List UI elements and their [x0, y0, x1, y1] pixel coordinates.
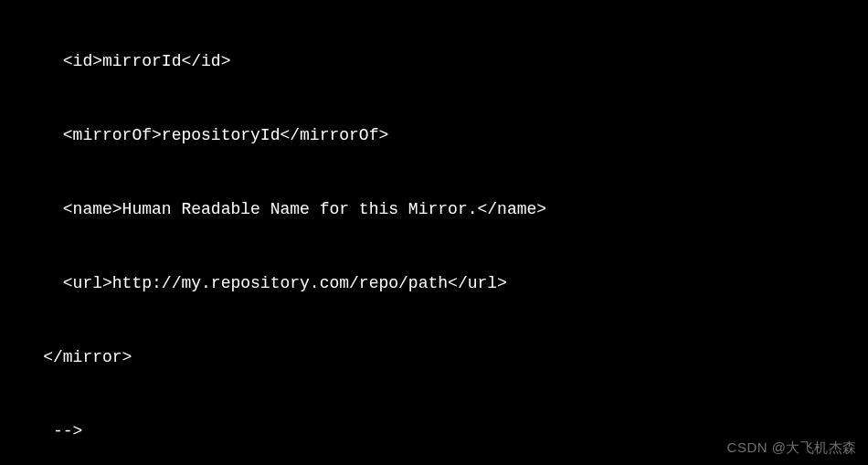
- watermark-text: CSDN @大飞机杰森: [727, 438, 857, 459]
- terminal-editor[interactable]: <id>mirrorId</id> <mirrorOf>repositoryId…: [0, 0, 868, 465]
- code-line: <name>Human Readable Name for this Mirro…: [0, 197, 868, 222]
- code-line: <mirrorOf>repositoryId</mirrorOf>: [0, 123, 868, 148]
- code-line: <url>http://my.repository.com/repo/path<…: [0, 271, 868, 296]
- code-line: <id>mirrorId</id>: [0, 49, 868, 74]
- code-line: </mirror>: [0, 345, 868, 370]
